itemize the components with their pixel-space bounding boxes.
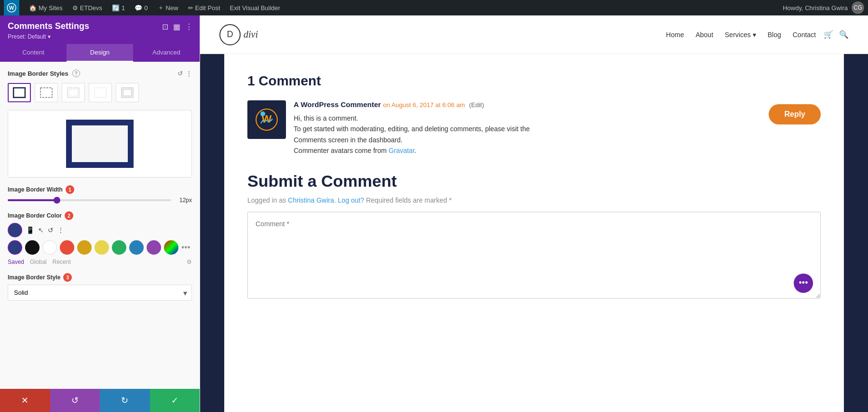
swatch-gradient[interactable] xyxy=(164,240,178,255)
slider-thumb[interactable] xyxy=(54,197,60,204)
divi-brand: divi xyxy=(244,29,258,40)
image-border-width-label: Image Border Width 1 xyxy=(8,185,192,194)
tab-content[interactable]: Content xyxy=(0,44,67,62)
search-icon[interactable]: 🔍 xyxy=(839,30,849,39)
swatch-blue[interactable] xyxy=(129,240,144,255)
admin-bar-right: Howdy, Christina Gwira CG xyxy=(783,1,864,14)
gravatar-link[interactable]: Gravatar xyxy=(389,147,415,154)
border-styles-row xyxy=(8,83,192,102)
admin-bar-new[interactable]: ＋ New xyxy=(156,0,180,15)
comments-count: 0 xyxy=(144,4,148,12)
border-style-dotted[interactable] xyxy=(89,83,112,102)
nav-home[interactable]: Home xyxy=(666,31,684,39)
admin-bar-updates[interactable]: 🔄 1 xyxy=(110,0,127,15)
site-logo: D divi xyxy=(219,24,258,45)
panel-tabs: Content Design Advanced xyxy=(0,44,200,62)
tab-design[interactable]: Design xyxy=(67,44,133,62)
redo-button[interactable]: ↻ xyxy=(100,389,150,412)
logout-link[interactable]: Log out? xyxy=(338,196,365,204)
exit-builder-label: Exit Visual Builder xyxy=(230,4,281,12)
image-border-color-label: Image Border Color 2 xyxy=(8,211,192,220)
comment-avatar: W xyxy=(247,100,286,139)
svg-rect-3 xyxy=(41,88,52,97)
comment-meta: A WordPress Commenter on August 6, 2017 … xyxy=(294,100,821,109)
admin-bar-exit-builder[interactable]: Exit Visual Builder xyxy=(228,0,283,15)
comment-edit-link[interactable]: (Edit) xyxy=(469,101,484,109)
border-style-select[interactable]: Solid Dashed Dotted Double xyxy=(8,285,192,301)
etdevs-label: ETDevs xyxy=(80,4,102,12)
nav-about[interactable]: About xyxy=(695,31,713,39)
comment-body: A WordPress Commenter on August 6, 2017 … xyxy=(294,100,821,156)
border-style-badge: 3 xyxy=(63,273,72,282)
swatch-dark-blue[interactable] xyxy=(8,240,22,255)
image-border-style-label: Image Border Style 3 xyxy=(8,273,192,282)
swatch-red[interactable] xyxy=(60,240,74,255)
admin-bar-etdevs[interactable]: ⚙ ETDevs xyxy=(70,0,104,15)
swatch-white[interactable] xyxy=(42,240,57,255)
logged-in-name[interactable]: Christina Gwira xyxy=(288,196,334,204)
layout-icon[interactable]: ▦ xyxy=(173,22,180,31)
nav-services[interactable]: Services ▾ xyxy=(725,31,756,39)
saved-tab[interactable]: Saved xyxy=(8,259,24,265)
comment-textarea[interactable] xyxy=(247,212,821,299)
nav-blog[interactable]: Blog xyxy=(768,31,781,39)
color-reset-icon[interactable]: ↺ xyxy=(48,226,54,234)
wp-logo[interactable]: W xyxy=(4,0,19,15)
avatar[interactable]: CG xyxy=(852,1,864,14)
admin-bar-mysites[interactable]: 🏠 My Sites xyxy=(27,0,65,15)
nav-contact[interactable]: Contact xyxy=(793,31,816,39)
mobile-icon[interactable]: 📱 xyxy=(26,226,34,234)
svg-point-12 xyxy=(260,111,265,116)
submit-comment-title: Submit a Comment xyxy=(247,172,821,191)
admin-bar: W 🏠 My Sites ⚙ ETDevs 🔄 1 💬 0 ＋ New ✏ Ed… xyxy=(0,0,868,15)
site-icon: ⚙ xyxy=(72,4,78,12)
image-border-style-row: Image Border Style 3 Solid Dashed Dotted… xyxy=(8,273,192,301)
admin-bar-comments[interactable]: 💬 0 xyxy=(133,0,149,15)
tab-advanced[interactable]: Advanced xyxy=(133,44,200,62)
dark-left-strip xyxy=(200,54,224,412)
recent-tab[interactable]: Recent xyxy=(53,259,71,265)
image-border-styles-label: Image Border Styles xyxy=(8,70,68,77)
cursor-icon[interactable]: ↖ xyxy=(38,226,44,234)
border-width-badge: 1 xyxy=(66,185,74,194)
admin-bar-edit-post[interactable]: ✏ Edit Post xyxy=(186,0,222,15)
color-settings-icon[interactable]: ⚙ xyxy=(187,259,192,265)
comments-icon: 💬 xyxy=(135,4,142,12)
swatch-purple[interactable] xyxy=(147,240,161,255)
border-style-double[interactable] xyxy=(116,83,139,102)
image-border-width-row: Image Border Width 1 12px xyxy=(8,185,192,204)
help-icon[interactable]: ? xyxy=(72,69,80,77)
reset-icon[interactable]: ↺ xyxy=(177,70,183,77)
save-button[interactable]: ✓ xyxy=(150,389,200,412)
chevron-down-icon: ▾ xyxy=(48,33,51,40)
undo-button[interactable]: ↺ xyxy=(50,389,100,412)
more-icon[interactable]: ⋮ xyxy=(185,22,193,31)
border-style-dashed-outer[interactable] xyxy=(35,83,58,102)
border-style-inner[interactable] xyxy=(62,83,85,102)
image-border-color-row: Image Border Color 2 📱 ↖ ↺ ⋮ xyxy=(8,211,192,265)
main-content: 1 Comment W xyxy=(247,73,821,301)
more-swatches-icon[interactable]: ••• xyxy=(181,243,190,253)
swatch-yellow[interactable] xyxy=(95,240,109,255)
border-style-solid[interactable] xyxy=(8,83,31,102)
site-nav: D divi Home About Services ▾ Blog Contac… xyxy=(200,15,868,54)
swatch-green[interactable] xyxy=(112,240,126,255)
svg-rect-8 xyxy=(123,89,132,96)
panel-header: Comments Settings Preset: Default ▾ ⊡ ▦ … xyxy=(0,15,200,44)
swatch-gold[interactable] xyxy=(77,240,92,255)
color-more-icon[interactable]: ⋮ xyxy=(57,226,64,234)
slider-value: 12px xyxy=(175,197,192,204)
swatch-black[interactable] xyxy=(25,240,40,255)
floating-dots-button[interactable]: ••• xyxy=(794,274,813,293)
right-panel: D divi Home About Services ▾ Blog Contac… xyxy=(200,15,868,412)
reply-button[interactable]: Reply xyxy=(769,104,821,124)
active-color-swatch[interactable] xyxy=(8,223,22,237)
updates-icon: 🔄 xyxy=(112,4,120,12)
cancel-button[interactable]: ✕ xyxy=(0,389,50,412)
global-tab[interactable]: Global xyxy=(30,259,47,265)
site-nav-links: Home About Services ▾ Blog Contact xyxy=(666,31,816,39)
more-options-icon[interactable]: ⋮ xyxy=(186,70,192,77)
color-tabs-row: Saved Global Recent ⚙ xyxy=(8,259,192,265)
resize-icon[interactable]: ⊡ xyxy=(162,22,168,31)
cart-icon[interactable]: 🛒 xyxy=(824,30,833,39)
